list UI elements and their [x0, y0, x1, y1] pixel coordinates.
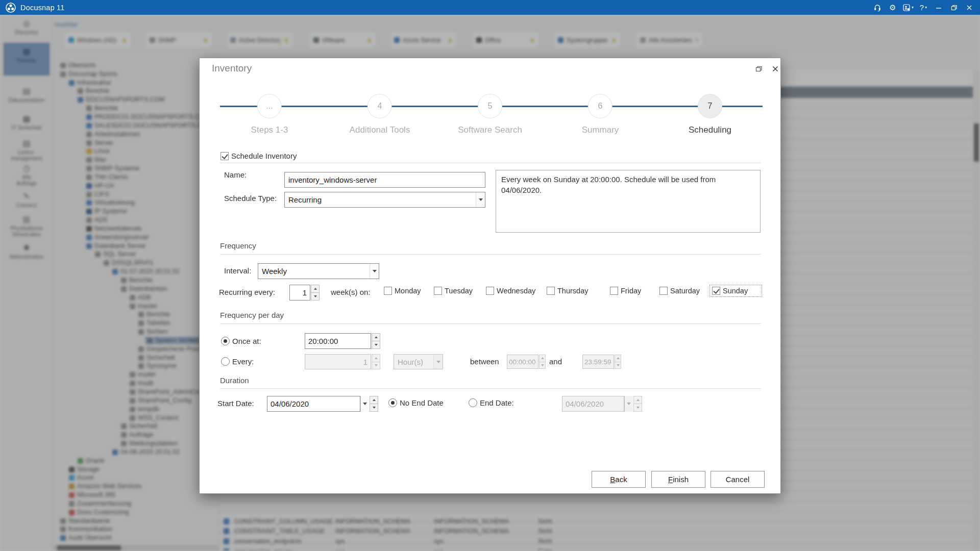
stepper-down-icon	[372, 362, 380, 370]
weekday-label: Friday	[621, 287, 641, 295]
between-to-stepper: 23:59:59	[582, 355, 621, 369]
wizard-step[interactable]: 7 Scheduling	[689, 94, 731, 135]
stepper-up-icon	[615, 355, 621, 362]
weekday-option: Thursday	[544, 285, 591, 297]
interval-select[interactable]: Weekly	[258, 263, 379, 279]
between-label: between	[470, 357, 499, 366]
stepper-down-icon[interactable]	[370, 404, 378, 412]
weekday-checkbox[interactable]	[434, 287, 442, 295]
stepper-up-icon[interactable]	[370, 396, 378, 404]
inventory-wizard-dialog: Inventory ... Steps 1-3 4 Additional Too…	[199, 58, 781, 494]
app-title: Docusnap 11	[20, 4, 65, 12]
finish-button[interactable]: Finish	[651, 471, 705, 488]
wizard-step-number: ...	[257, 94, 282, 118]
chevron-down-icon	[433, 355, 443, 369]
docusnap-logo	[6, 3, 16, 13]
stepper-down-icon[interactable]	[311, 292, 320, 300]
wizard-step-label: Software Search	[458, 125, 522, 135]
every-radio[interactable]	[221, 357, 230, 366]
schedule-type-select[interactable]: Recurring	[284, 192, 485, 208]
weekday-checkbox[interactable]	[547, 287, 555, 295]
stepper-up-icon	[539, 355, 546, 362]
dialog-restore-icon[interactable]	[752, 64, 765, 73]
divider	[220, 254, 761, 255]
end-date-picker: 04/06/2020	[562, 396, 642, 412]
cancel-button[interactable]: Cancel	[710, 471, 765, 488]
end-date-radio[interactable]	[469, 398, 477, 407]
restore-icon[interactable]	[947, 1, 961, 14]
minimize-icon[interactable]	[932, 1, 945, 14]
schedule-inventory-label: Schedule Inventory	[231, 152, 297, 160]
every-value-stepper: 1	[305, 354, 380, 369]
weekday-label: Thursday	[557, 287, 588, 295]
calendar-dropdown-icon	[624, 396, 633, 412]
weekday-option: Saturday	[657, 285, 702, 297]
once-at-radio[interactable]	[221, 337, 230, 345]
no-end-date-label: No End Date	[400, 398, 444, 407]
stepper-up-icon	[372, 354, 380, 362]
stepper-up-icon[interactable]	[372, 333, 380, 341]
duration-section-title: Duration	[220, 376, 249, 385]
stepper-up-icon[interactable]	[311, 285, 320, 292]
name-input[interactable]: inventory_windows-server	[284, 172, 485, 188]
profile-icon[interactable]: ▾	[901, 1, 915, 14]
chevron-down-icon: ▾	[912, 5, 914, 10]
every-unit-select: Hour(s)	[394, 354, 443, 369]
wizard-step[interactable]: 6 Summary	[582, 94, 619, 135]
chevron-down-icon[interactable]	[476, 192, 485, 207]
wizard-step-label: Steps 1-3	[251, 125, 288, 135]
weekday-checkbox[interactable]	[486, 287, 494, 295]
schedule-type-label: Schedule Type:	[224, 194, 277, 203]
close-icon[interactable]	[963, 1, 976, 14]
titlebar: Docusnap 11 ⚙ ▾ ? ▾	[0, 0, 980, 15]
weekday-checkbox[interactable]	[659, 287, 668, 295]
weeks-on-label: week(s) on:	[331, 288, 371, 296]
chevron-down-icon[interactable]	[370, 264, 379, 279]
schedule-inventory-row: Schedule Inventory	[220, 152, 297, 160]
weekday-option: Wednesday	[483, 285, 538, 297]
schedule-inventory-checkbox[interactable]	[220, 152, 229, 160]
weekday-label: Saturday	[670, 287, 700, 295]
settings-icon[interactable]: ⚙	[886, 1, 899, 14]
name-label: Name:	[224, 170, 247, 179]
start-date-picker[interactable]: 04/06/2020	[267, 396, 378, 412]
stepper-down-icon	[615, 362, 621, 369]
once-at-row: Once at:	[221, 337, 261, 345]
back-button[interactable]: Back	[592, 471, 646, 488]
frequency-section-title: Frequency	[220, 241, 256, 250]
wizard-step-label: Scheduling	[689, 125, 731, 135]
wizard-step[interactable]: ... Steps 1-3	[251, 94, 288, 135]
once-at-time-stepper[interactable]: 20:00:00	[305, 333, 380, 349]
wizard-step-number: 5	[478, 94, 502, 118]
wizard-step-number: 6	[588, 94, 612, 118]
stepper-down-icon	[633, 404, 642, 412]
wizard-step[interactable]: 5 Software Search	[458, 94, 522, 135]
wizard-step[interactable]: 4 Additional Tools	[350, 94, 410, 135]
stepper-down-icon[interactable]	[372, 341, 380, 349]
calendar-dropdown-icon[interactable]	[360, 396, 369, 412]
end-date-row: End Date:	[469, 398, 514, 407]
wizard-step-number: 4	[368, 94, 392, 118]
every-label: Every:	[232, 357, 254, 366]
dialog-close-icon[interactable]	[769, 64, 781, 73]
every-row: Every:	[221, 357, 254, 366]
stepper-down-icon	[539, 362, 546, 369]
weekday-checkbox[interactable]	[384, 287, 392, 295]
weekday-label: Monday	[395, 287, 421, 295]
wizard-step-number: 7	[698, 94, 722, 118]
weekday-label: Tuesday	[445, 287, 473, 295]
weekday-option: Tuesday	[431, 285, 475, 297]
schedule-description: Every week on Sunday at 20:00:00. Schedu…	[496, 170, 761, 233]
recurring-every-stepper[interactable]: 1	[289, 285, 320, 300]
frequency-per-day-section-title: Frequency per day	[220, 311, 284, 319]
between-from-stepper: 00:00:00	[507, 355, 546, 369]
interval-label: Interval:	[224, 266, 251, 275]
no-end-date-radio[interactable]	[388, 398, 397, 407]
weekday-checkbox[interactable]	[610, 287, 618, 295]
support-icon[interactable]	[871, 1, 884, 14]
weekday-checkbox[interactable]	[712, 287, 720, 295]
wizard-step-label: Summary	[582, 125, 619, 135]
once-at-label: Once at:	[232, 337, 261, 345]
help-icon[interactable]: ? ▾	[917, 1, 930, 14]
weekday-option: Monday	[381, 285, 424, 297]
